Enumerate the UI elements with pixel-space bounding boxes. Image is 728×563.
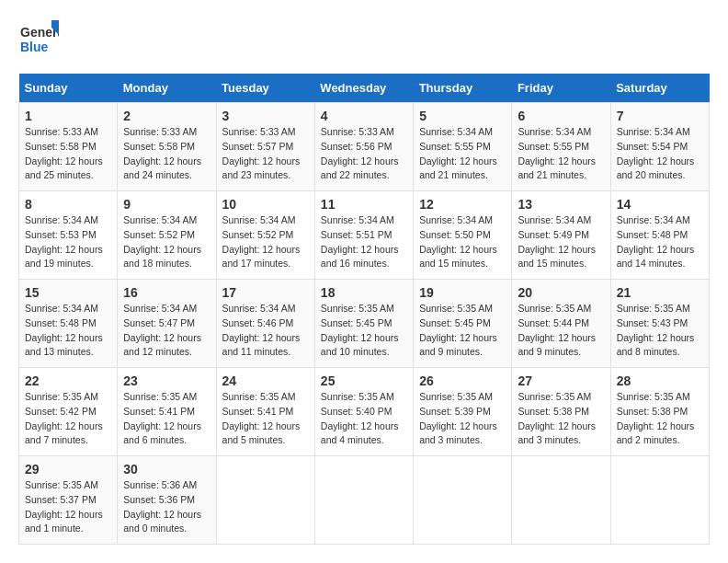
day-info: Sunrise: 5:33 AM Sunset: 5:58 PM Dayligh… <box>123 125 210 183</box>
day-info: Sunrise: 5:33 AM Sunset: 5:58 PM Dayligh… <box>25 125 111 183</box>
calendar-header-row: SundayMondayTuesdayWednesdayThursdayFrid… <box>19 74 710 103</box>
day-number: 19 <box>419 285 506 300</box>
day-info: Sunrise: 5:35 AM Sunset: 5:44 PM Dayligh… <box>518 302 604 360</box>
calendar-cell: 2Sunrise: 5:33 AM Sunset: 5:58 PM Daylig… <box>118 103 216 191</box>
day-number: 15 <box>25 285 111 300</box>
calendar-cell <box>610 456 709 545</box>
day-number: 16 <box>123 285 210 300</box>
day-info: Sunrise: 5:36 AM Sunset: 5:36 PM Dayligh… <box>123 478 210 536</box>
day-number: 20 <box>518 285 604 300</box>
day-number: 14 <box>617 197 703 212</box>
calendar-cell: 17Sunrise: 5:34 AM Sunset: 5:46 PM Dayli… <box>216 280 314 368</box>
calendar-cell: 7Sunrise: 5:34 AM Sunset: 5:54 PM Daylig… <box>610 103 709 191</box>
calendar-cell: 23Sunrise: 5:35 AM Sunset: 5:41 PM Dayli… <box>118 368 216 456</box>
calendar-cell: 21Sunrise: 5:35 AM Sunset: 5:43 PM Dayli… <box>610 280 709 368</box>
calendar-cell: 26Sunrise: 5:35 AM Sunset: 5:39 PM Dayli… <box>414 368 512 456</box>
calendar-cell: 10Sunrise: 5:34 AM Sunset: 5:52 PM Dayli… <box>216 191 314 280</box>
day-number: 29 <box>25 462 111 477</box>
calendar-cell: 24Sunrise: 5:35 AM Sunset: 5:41 PM Dayli… <box>216 368 314 456</box>
day-info: Sunrise: 5:34 AM Sunset: 5:54 PM Dayligh… <box>617 125 703 183</box>
week-row-3: 15Sunrise: 5:34 AM Sunset: 5:48 PM Dayli… <box>19 280 710 368</box>
calendar-cell: 15Sunrise: 5:34 AM Sunset: 5:48 PM Dayli… <box>19 280 118 368</box>
week-row-2: 8Sunrise: 5:34 AM Sunset: 5:53 PM Daylig… <box>19 191 710 280</box>
day-info: Sunrise: 5:34 AM Sunset: 5:47 PM Dayligh… <box>123 302 210 360</box>
day-number: 6 <box>518 109 604 123</box>
day-info: Sunrise: 5:34 AM Sunset: 5:55 PM Dayligh… <box>518 125 604 183</box>
calendar-cell: 1Sunrise: 5:33 AM Sunset: 5:58 PM Daylig… <box>19 103 118 191</box>
day-info: Sunrise: 5:35 AM Sunset: 5:41 PM Dayligh… <box>123 390 210 448</box>
day-number: 23 <box>123 373 210 388</box>
logo: General Blue <box>18 18 59 59</box>
column-header-saturday: Saturday <box>610 74 709 103</box>
calendar-cell: 16Sunrise: 5:34 AM Sunset: 5:47 PM Dayli… <box>118 280 216 368</box>
day-number: 24 <box>222 373 309 388</box>
calendar-cell: 3Sunrise: 5:33 AM Sunset: 5:57 PM Daylig… <box>216 103 314 191</box>
calendar-cell: 5Sunrise: 5:34 AM Sunset: 5:55 PM Daylig… <box>414 103 512 191</box>
calendar-cell <box>512 456 610 545</box>
calendar-cell: 20Sunrise: 5:35 AM Sunset: 5:44 PM Dayli… <box>512 280 610 368</box>
day-info: Sunrise: 5:34 AM Sunset: 5:52 PM Dayligh… <box>123 213 210 271</box>
logo-svg: General Blue <box>18 18 59 59</box>
calendar-cell: 29Sunrise: 5:35 AM Sunset: 5:37 PM Dayli… <box>19 456 118 545</box>
week-row-4: 22Sunrise: 5:35 AM Sunset: 5:42 PM Dayli… <box>19 368 710 456</box>
day-info: Sunrise: 5:34 AM Sunset: 5:49 PM Dayligh… <box>518 213 604 271</box>
day-info: Sunrise: 5:33 AM Sunset: 5:56 PM Dayligh… <box>321 125 407 183</box>
day-number: 5 <box>419 109 506 123</box>
week-row-1: 1Sunrise: 5:33 AM Sunset: 5:58 PM Daylig… <box>19 103 710 191</box>
day-info: Sunrise: 5:33 AM Sunset: 5:57 PM Dayligh… <box>222 125 309 183</box>
day-number: 27 <box>518 373 604 388</box>
calendar-cell: 14Sunrise: 5:34 AM Sunset: 5:48 PM Dayli… <box>610 191 709 280</box>
calendar-cell <box>216 456 314 545</box>
day-info: Sunrise: 5:34 AM Sunset: 5:52 PM Dayligh… <box>222 213 309 271</box>
calendar-cell: 25Sunrise: 5:35 AM Sunset: 5:40 PM Dayli… <box>314 368 413 456</box>
calendar-cell: 13Sunrise: 5:34 AM Sunset: 5:49 PM Dayli… <box>512 191 610 280</box>
day-info: Sunrise: 5:34 AM Sunset: 5:48 PM Dayligh… <box>25 302 111 360</box>
calendar-cell: 30Sunrise: 5:36 AM Sunset: 5:36 PM Dayli… <box>118 456 216 545</box>
day-number: 8 <box>25 197 111 212</box>
day-info: Sunrise: 5:35 AM Sunset: 5:40 PM Dayligh… <box>321 390 407 448</box>
calendar-cell: 11Sunrise: 5:34 AM Sunset: 5:51 PM Dayli… <box>314 191 413 280</box>
day-number: 22 <box>25 373 111 388</box>
day-info: Sunrise: 5:35 AM Sunset: 5:42 PM Dayligh… <box>25 390 111 448</box>
column-header-sunday: Sunday <box>19 74 118 103</box>
day-info: Sunrise: 5:34 AM Sunset: 5:50 PM Dayligh… <box>419 213 506 271</box>
day-info: Sunrise: 5:35 AM Sunset: 5:37 PM Dayligh… <box>25 478 111 536</box>
calendar-cell: 28Sunrise: 5:35 AM Sunset: 5:38 PM Dayli… <box>610 368 709 456</box>
day-info: Sunrise: 5:34 AM Sunset: 5:48 PM Dayligh… <box>617 213 703 271</box>
calendar-cell <box>314 456 413 545</box>
day-number: 3 <box>222 109 309 123</box>
day-number: 28 <box>617 373 703 388</box>
calendar-table: SundayMondayTuesdayWednesdayThursdayFrid… <box>18 74 710 545</box>
calendar-cell: 22Sunrise: 5:35 AM Sunset: 5:42 PM Dayli… <box>19 368 118 456</box>
column-header-wednesday: Wednesday <box>314 74 413 103</box>
day-number: 17 <box>222 285 309 300</box>
day-number: 25 <box>321 373 407 388</box>
calendar-cell: 4Sunrise: 5:33 AM Sunset: 5:56 PM Daylig… <box>314 103 413 191</box>
calendar-cell: 12Sunrise: 5:34 AM Sunset: 5:50 PM Dayli… <box>414 191 512 280</box>
calendar-cell: 19Sunrise: 5:35 AM Sunset: 5:45 PM Dayli… <box>414 280 512 368</box>
day-number: 13 <box>518 197 604 212</box>
day-info: Sunrise: 5:34 AM Sunset: 5:53 PM Dayligh… <box>25 213 111 271</box>
svg-text:Blue: Blue <box>20 40 49 54</box>
day-number: 11 <box>321 197 407 212</box>
day-number: 26 <box>419 373 506 388</box>
day-info: Sunrise: 5:35 AM Sunset: 5:45 PM Dayligh… <box>419 302 506 360</box>
column-header-monday: Monday <box>118 74 216 103</box>
day-number: 10 <box>222 197 309 212</box>
day-number: 7 <box>617 109 703 123</box>
calendar-cell: 8Sunrise: 5:34 AM Sunset: 5:53 PM Daylig… <box>19 191 118 280</box>
day-number: 9 <box>123 197 210 212</box>
column-header-friday: Friday <box>512 74 610 103</box>
day-info: Sunrise: 5:35 AM Sunset: 5:38 PM Dayligh… <box>617 390 703 448</box>
day-number: 30 <box>123 462 210 477</box>
day-number: 4 <box>321 109 407 123</box>
calendar-cell: 18Sunrise: 5:35 AM Sunset: 5:45 PM Dayli… <box>314 280 413 368</box>
day-number: 2 <box>123 109 210 123</box>
day-info: Sunrise: 5:35 AM Sunset: 5:38 PM Dayligh… <box>518 390 604 448</box>
calendar-cell <box>414 456 512 545</box>
day-info: Sunrise: 5:35 AM Sunset: 5:41 PM Dayligh… <box>222 390 309 448</box>
column-header-thursday: Thursday <box>414 74 512 103</box>
calendar-cell: 9Sunrise: 5:34 AM Sunset: 5:52 PM Daylig… <box>118 191 216 280</box>
column-header-tuesday: Tuesday <box>216 74 314 103</box>
calendar-cell: 27Sunrise: 5:35 AM Sunset: 5:38 PM Dayli… <box>512 368 610 456</box>
